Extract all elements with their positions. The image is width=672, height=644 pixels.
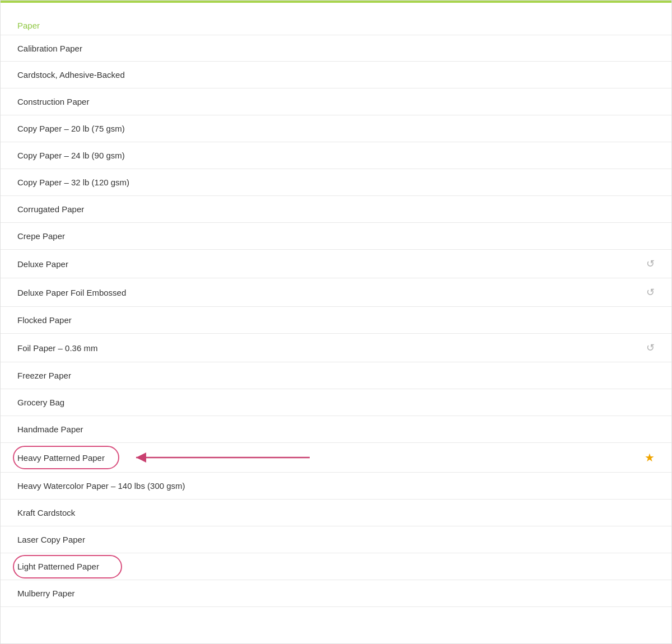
paper-list: Calibration PaperCardstock, Adhesive-Bac… xyxy=(1,35,671,607)
svg-marker-1 xyxy=(136,452,146,463)
list-item-copy-paper-20[interactable]: Copy Paper – 20 lb (75 gsm) xyxy=(1,115,671,142)
list-item-light-patterned-paper[interactable]: Light Patterned Paper xyxy=(1,553,671,580)
item-label-deluxe-paper-foil: Deluxe Paper Foil Embossed xyxy=(17,288,126,297)
list-item-crepe-paper[interactable]: Crepe Paper xyxy=(1,223,671,250)
item-label-freezer-paper: Freezer Paper xyxy=(17,371,71,380)
list-item-grocery-bag[interactable]: Grocery Bag xyxy=(1,389,671,416)
item-label-calibration-paper: Calibration Paper xyxy=(17,44,82,53)
item-label-crepe-paper: Crepe Paper xyxy=(17,231,65,241)
item-label-cardstock-adhesive: Cardstock, Adhesive-Backed xyxy=(17,70,125,80)
star-icon-heavy-patterned-paper: ★ xyxy=(645,451,655,464)
section-header: Paper xyxy=(1,12,671,35)
list-item-kraft-cardstock[interactable]: Kraft Cardstock xyxy=(1,500,671,526)
refresh-icon-foil-paper: ↺ xyxy=(646,342,655,354)
list-item-freezer-paper[interactable]: Freezer Paper xyxy=(1,362,671,389)
item-label-flocked-paper: Flocked Paper xyxy=(17,315,72,325)
list-item-copy-paper-24[interactable]: Copy Paper – 24 lb (90 gsm) xyxy=(1,142,671,169)
list-item-calibration-paper[interactable]: Calibration Paper xyxy=(1,35,671,62)
arrow-annotation xyxy=(119,449,315,466)
item-label-construction-paper: Construction Paper xyxy=(17,97,89,106)
list-item-corrugated-paper[interactable]: Corrugated Paper xyxy=(1,196,671,223)
item-label-corrugated-paper: Corrugated Paper xyxy=(17,204,84,214)
item-label-copy-paper-32: Copy Paper – 32 lb (120 gsm) xyxy=(17,178,129,187)
list-item-deluxe-paper[interactable]: Deluxe Paper↺ xyxy=(1,250,671,278)
item-label-grocery-bag: Grocery Bag xyxy=(17,398,64,407)
refresh-icon-deluxe-paper-foil: ↺ xyxy=(646,286,655,298)
item-label-handmade-paper: Handmade Paper xyxy=(17,424,83,434)
list-item-deluxe-paper-foil[interactable]: Deluxe Paper Foil Embossed↺ xyxy=(1,278,671,307)
list-item-flocked-paper[interactable]: Flocked Paper xyxy=(1,307,671,334)
list-item-handmade-paper[interactable]: Handmade Paper xyxy=(1,416,671,443)
list-item-laser-copy-paper[interactable]: Laser Copy Paper xyxy=(1,526,671,553)
refresh-icon-deluxe-paper: ↺ xyxy=(646,258,655,270)
list-item-foil-paper[interactable]: Foil Paper – 0.36 mm↺ xyxy=(1,334,671,362)
item-label-deluxe-paper: Deluxe Paper xyxy=(17,259,68,269)
item-label-mulberry-paper: Mulberry Paper xyxy=(17,589,75,598)
list-item-copy-paper-32[interactable]: Copy Paper – 32 lb (120 gsm) xyxy=(1,169,671,196)
item-label-heavy-watercolor-paper: Heavy Watercolor Paper – 140 lbs (300 gs… xyxy=(17,481,185,491)
section-label: Paper xyxy=(17,21,40,30)
main-container: Paper Calibration PaperCardstock, Adhesi… xyxy=(0,0,672,644)
item-label-foil-paper: Foil Paper – 0.36 mm xyxy=(17,343,97,353)
list-item-construction-paper[interactable]: Construction Paper xyxy=(1,88,671,115)
item-label-kraft-cardstock: Kraft Cardstock xyxy=(17,508,75,517)
top-bar xyxy=(1,1,671,3)
item-label-copy-paper-24: Copy Paper – 24 lb (90 gsm) xyxy=(17,151,125,160)
item-label-heavy-patterned-paper: Heavy Patterned Paper xyxy=(17,453,105,463)
list-item-heavy-watercolor-paper[interactable]: Heavy Watercolor Paper – 140 lbs (300 gs… xyxy=(1,473,671,500)
item-label-light-patterned-paper: Light Patterned Paper xyxy=(17,562,99,571)
item-label-laser-copy-paper: Laser Copy Paper xyxy=(17,535,85,544)
list-item-cardstock-adhesive[interactable]: Cardstock, Adhesive-Backed xyxy=(1,62,671,88)
list-item-heavy-patterned-paper[interactable]: Heavy Patterned Paper★ xyxy=(1,443,671,473)
list-item-mulberry-paper[interactable]: Mulberry Paper xyxy=(1,580,671,607)
item-label-copy-paper-20: Copy Paper – 20 lb (75 gsm) xyxy=(17,124,125,133)
